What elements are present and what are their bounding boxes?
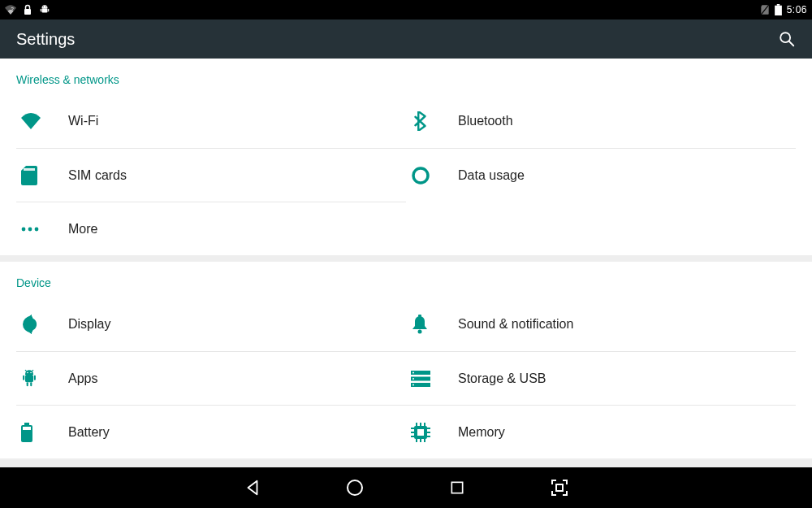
wifi-icon (16, 113, 68, 129)
nav-back-button[interactable] (238, 473, 267, 502)
display-icon (16, 315, 68, 334)
svg-point-21 (27, 371, 28, 373)
section-title-device: Device (0, 262, 812, 297)
svg-point-52 (348, 480, 362, 495)
svg-point-19 (418, 330, 422, 334)
svg-rect-54 (556, 484, 563, 491)
svg-point-14 (22, 227, 26, 231)
settings-content: Wireless & networks Wi-Fi Bluetooth SIM … (0, 59, 812, 467)
item-label: Wi-Fi (68, 114, 98, 128)
item-label: Battery (68, 425, 110, 440)
svg-rect-37 (23, 427, 31, 430)
no-sim-icon (760, 4, 770, 15)
item-storage[interactable]: Storage & USB (406, 351, 796, 405)
svg-rect-5 (41, 9, 41, 11)
item-label: Data usage (458, 168, 525, 183)
storage-icon (406, 371, 458, 387)
nav-screenshot-button[interactable] (545, 473, 574, 502)
svg-rect-39 (417, 429, 424, 436)
section-wireless: Wireless & networks Wi-Fi Bluetooth SIM … (0, 59, 812, 255)
svg-rect-24 (34, 375, 36, 380)
svg-point-15 (28, 227, 32, 231)
bluetooth-icon (406, 111, 458, 131)
memory-icon (406, 423, 458, 442)
svg-point-22 (30, 371, 32, 373)
battery-icon (16, 423, 68, 442)
search-button[interactable] (778, 30, 796, 48)
item-label: Sound & notification (458, 317, 573, 332)
svg-point-33 (412, 378, 414, 380)
item-memory[interactable]: Memory (406, 405, 796, 458)
lock-icon (23, 4, 32, 15)
item-label: Memory (458, 425, 505, 440)
svg-point-3 (43, 7, 44, 7)
apps-icon (16, 369, 68, 389)
battery-icon (775, 4, 782, 15)
item-display[interactable]: Display (16, 297, 406, 351)
item-bluetooth[interactable]: Bluetooth (406, 94, 796, 148)
item-datausage[interactable]: Data usage (406, 148, 796, 202)
svg-rect-6 (48, 9, 49, 11)
item-wifi[interactable]: Wi-Fi (16, 94, 406, 148)
item-more[interactable]: More (16, 202, 406, 255)
svg-rect-23 (23, 375, 24, 380)
item-sim[interactable]: SIM cards (16, 148, 406, 202)
item-label: SIM cards (68, 168, 127, 183)
more-icon (16, 227, 68, 232)
svg-rect-26 (30, 382, 32, 386)
svg-rect-8 (776, 4, 780, 6)
sim-icon (16, 166, 68, 185)
item-label: Display (68, 317, 110, 332)
svg-point-16 (35, 227, 39, 231)
svg-rect-20 (25, 375, 33, 382)
svg-rect-25 (27, 382, 28, 386)
svg-rect-9 (775, 6, 782, 15)
svg-point-34 (412, 384, 414, 385)
item-label: More (68, 222, 97, 237)
item-label: Apps (68, 371, 97, 386)
svg-line-11 (789, 41, 794, 46)
svg-line-28 (32, 370, 33, 371)
datausage-icon (406, 166, 458, 185)
svg-point-4 (45, 7, 46, 7)
svg-rect-53 (451, 482, 462, 493)
item-battery[interactable]: Battery (16, 405, 406, 458)
svg-rect-2 (42, 8, 48, 12)
section-title-wireless: Wireless & networks (0, 59, 812, 94)
nav-home-button[interactable] (340, 473, 369, 502)
status-bar: ? 5:06 (0, 0, 812, 20)
svg-rect-18 (418, 315, 421, 317)
navigation-bar (0, 467, 812, 508)
svg-line-27 (25, 370, 27, 371)
svg-rect-35 (24, 423, 29, 425)
android-debug-icon (39, 4, 50, 15)
section-device: Device Display Sound & notification Apps (0, 262, 812, 458)
svg-point-32 (412, 371, 414, 373)
item-label: Bluetooth (458, 114, 513, 128)
nav-recent-button[interactable] (443, 473, 472, 502)
item-sound[interactable]: Sound & notification (406, 297, 796, 351)
page-title: Settings (16, 30, 75, 49)
bell-icon (406, 315, 458, 334)
svg-rect-12 (24, 168, 35, 171)
svg-rect-1 (24, 9, 31, 15)
item-apps[interactable]: Apps (16, 351, 406, 405)
status-clock: 5:06 (787, 4, 807, 15)
wifi-status-icon: ? (5, 5, 16, 15)
item-label: Storage & USB (458, 371, 546, 386)
app-bar: Settings (0, 20, 812, 59)
